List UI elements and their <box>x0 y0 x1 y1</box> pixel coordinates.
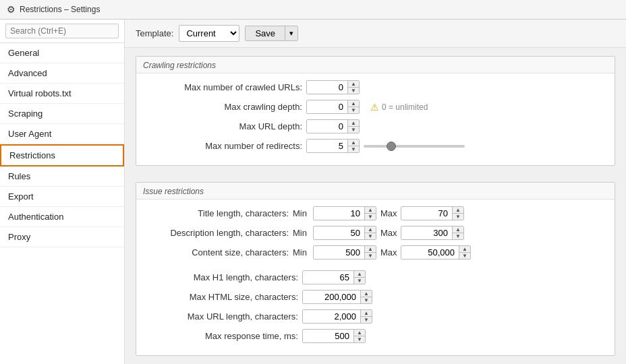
desc-length-label: Description length, characters: <box>147 228 289 238</box>
max-url-depth-up[interactable]: ▲ <box>348 120 359 127</box>
max-url-depth-field[interactable] <box>307 120 347 133</box>
issue-section-title: Issue restrictions <box>136 183 615 200</box>
toolbar: Template: Current Save ▾ <box>125 20 626 48</box>
max-redirects-row: Max number of redirects: ▲ ▼ <box>147 139 604 153</box>
max-redirects-input[interactable]: ▲ ▼ <box>306 139 360 153</box>
content-min-down[interactable]: ▼ <box>365 253 376 259</box>
sidebar-item-export[interactable]: Export <box>0 187 124 207</box>
max-url-length-down[interactable]: ▼ <box>361 317 372 323</box>
max-h1-field[interactable] <box>303 271 353 284</box>
content-max-field[interactable] <box>401 246 459 259</box>
content-min-input[interactable]: ▲ ▼ <box>313 245 376 260</box>
max-crawled-urls-down[interactable]: ▼ <box>348 88 359 94</box>
crawling-section: Crawling restrictions Max number of craw… <box>136 56 615 166</box>
max-html-up[interactable]: ▲ <box>361 291 372 297</box>
max-crawled-urls-field[interactable] <box>307 81 347 94</box>
desc-max-down[interactable]: ▼ <box>453 233 463 239</box>
search-box[interactable] <box>0 20 124 43</box>
title-length-row: Title length, characters: Min ▲ ▼ Max <box>147 206 604 220</box>
sidebar-item-rules[interactable]: Rules <box>0 166 124 187</box>
save-dropdown-arrow[interactable]: ▾ <box>285 26 297 40</box>
unlimited-warning: ⚠ 0 = unlimited <box>370 102 428 113</box>
sidebar-item-proxy[interactable]: Proxy <box>0 227 124 247</box>
max-url-length-field[interactable] <box>303 310 360 323</box>
max-url-depth-input[interactable]: ▲ ▼ <box>306 119 360 133</box>
max-url-depth-label: Max URL depth: <box>147 121 302 131</box>
sidebar-item-authentication[interactable]: Authentication <box>0 207 124 227</box>
title-min-field[interactable] <box>314 207 364 220</box>
max-crawling-depth-input[interactable]: ▲ ▼ <box>306 100 360 114</box>
desc-min-up[interactable]: ▲ <box>365 226 376 233</box>
desc-max-input[interactable]: ▲ ▼ <box>401 226 464 240</box>
title-max-input[interactable]: ▲ ▼ <box>401 206 464 220</box>
title-bar: ⚙ Restrictions – Settings <box>0 0 626 20</box>
content-min-up[interactable]: ▲ <box>365 246 376 253</box>
redirects-slider[interactable] <box>364 145 465 148</box>
max-redirects-field[interactable] <box>307 140 347 152</box>
max-url-length-label: Max URL length, characters: <box>150 311 298 322</box>
max-crawled-urls-input[interactable]: ▲ ▼ <box>306 80 360 94</box>
max-redirects-up[interactable]: ▲ <box>348 140 359 146</box>
max-crawling-depth-field[interactable] <box>307 100 347 113</box>
max-url-length-row: Max URL length, characters: ▲ ▼ <box>147 309 604 324</box>
max-url-length-input[interactable]: ▲ ▼ <box>302 309 372 324</box>
content-max-input[interactable]: ▲ ▼ <box>401 245 471 260</box>
max-url-length-up[interactable]: ▲ <box>361 310 372 317</box>
sidebar-item-scraping[interactable]: Scraping <box>0 104 124 124</box>
app-icon: ⚙ <box>7 4 16 15</box>
template-select[interactable]: Current <box>179 25 239 42</box>
title-min-down[interactable]: ▼ <box>365 214 376 220</box>
sidebar-item-virtual-robots[interactable]: Virtual robots.txt <box>0 84 124 104</box>
max-h1-input[interactable]: ▲ ▼ <box>302 270 366 284</box>
save-button-group: Save ▾ <box>245 26 298 41</box>
title-min-label: Min <box>293 208 310 218</box>
content-max-up[interactable]: ▲ <box>459 246 470 253</box>
max-crawled-urls-label: Max number of crawled URLs: <box>147 82 302 92</box>
title-min-up[interactable]: ▲ <box>365 207 376 214</box>
content-size-max-group: Max ▲ ▼ <box>380 245 471 260</box>
max-html-down[interactable]: ▼ <box>361 297 372 303</box>
desc-min-input[interactable]: ▲ ▼ <box>313 226 376 240</box>
title-max-down[interactable]: ▼ <box>453 214 463 220</box>
max-response-down[interactable]: ▼ <box>354 336 365 342</box>
title-max-field[interactable] <box>401 207 452 220</box>
search-input[interactable] <box>5 24 119 38</box>
max-crawling-depth-down[interactable]: ▼ <box>348 107 359 113</box>
sidebar-item-advanced[interactable]: Advanced <box>0 63 124 84</box>
max-crawling-depth-label: Max crawling depth: <box>147 102 302 112</box>
sidebar-item-user-agent[interactable]: User Agent <box>0 124 124 144</box>
content-max-down[interactable]: ▼ <box>459 253 470 259</box>
max-h1-label: Max H1 length, characters: <box>150 272 298 282</box>
max-response-label: Max response time, ms: <box>150 331 298 341</box>
issue-section-body: Title length, characters: Min ▲ ▼ Max <box>136 200 615 355</box>
title-min-input[interactable]: ▲ ▼ <box>313 206 376 220</box>
max-crawled-urls-up[interactable]: ▲ <box>348 81 359 88</box>
content-min-field[interactable] <box>314 246 364 259</box>
max-url-depth-down[interactable]: ▼ <box>348 127 359 133</box>
crawling-section-title: Crawling restrictions <box>136 57 615 73</box>
save-button[interactable]: Save <box>246 26 285 40</box>
window-title: Restrictions – Settings <box>20 5 100 14</box>
max-response-up[interactable]: ▲ <box>354 330 365 336</box>
title-max-up[interactable]: ▲ <box>453 207 463 214</box>
max-h1-down[interactable]: ▼ <box>354 278 365 284</box>
warning-icon: ⚠ <box>370 102 379 113</box>
desc-length-max-group: Max ▲ ▼ <box>380 226 464 240</box>
sidebar: GeneralAdvancedVirtual robots.txtScrapin… <box>0 20 125 364</box>
sidebar-item-general[interactable]: General <box>0 43 124 63</box>
desc-min-field[interactable] <box>314 226 364 239</box>
content-max-label: Max <box>380 247 398 257</box>
max-response-input[interactable]: ▲ ▼ <box>302 329 366 343</box>
max-crawling-depth-up[interactable]: ▲ <box>348 100 359 107</box>
sidebar-item-restrictions[interactable]: Restrictions <box>0 144 124 166</box>
max-h1-up[interactable]: ▲ <box>354 271 365 278</box>
desc-min-down[interactable]: ▼ <box>365 233 376 239</box>
max-response-field[interactable] <box>303 330 353 342</box>
max-html-input[interactable]: ▲ ▼ <box>302 290 372 304</box>
desc-max-up[interactable]: ▲ <box>453 226 463 233</box>
desc-max-field[interactable] <box>401 226 452 239</box>
desc-length-row: Description length, characters: Min ▲ ▼ <box>147 226 604 240</box>
template-label: Template: <box>136 28 173 38</box>
max-html-field[interactable] <box>303 291 360 303</box>
max-redirects-down[interactable]: ▼ <box>348 146 359 152</box>
